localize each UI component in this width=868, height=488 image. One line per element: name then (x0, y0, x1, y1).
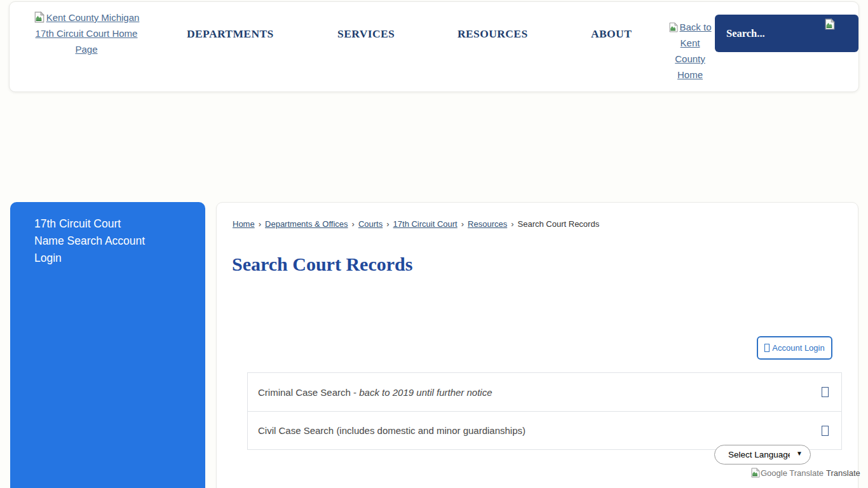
nav-resources[interactable]: RESOURCES (458, 27, 528, 41)
breadcrumb: Home›Departments & Offices›Courts›17th C… (233, 219, 599, 229)
nav-departments[interactable]: DEPARTMENTS (187, 27, 274, 41)
google-translate-logo-broken-icon (750, 468, 761, 478)
accordion-label: Criminal Case Search - back to 2019 unti… (258, 387, 492, 398)
site-logo-link[interactable]: Kent County Michigan 17th Circuit Court … (29, 10, 144, 57)
breadcrumb-separator: › (386, 219, 389, 229)
breadcrumb-17th-circuit-court[interactable]: 17th Circuit Court (393, 219, 458, 229)
google-translate-alt-text: Google Translate (761, 468, 824, 478)
back-link-alt-text: Back to Kent County Home (675, 22, 711, 80)
nav-services[interactable]: SERVICES (337, 27, 395, 41)
breadcrumb-courts[interactable]: Courts (358, 219, 383, 229)
broken-image-icon (34, 11, 45, 23)
expand-icon (822, 426, 829, 436)
account-login-button[interactable]: Account Login (757, 336, 832, 360)
nav-about[interactable]: ABOUT (591, 27, 632, 41)
account-login-label: Account Login (772, 343, 824, 353)
translate-link[interactable]: Translate (826, 468, 860, 478)
breadcrumb-current: Search Court Records (518, 219, 600, 229)
missing-glyph-icon (764, 344, 770, 352)
google-translate-widget: Select Language ▼ Google TranslateTransl… (714, 445, 859, 478)
search-box (715, 15, 858, 52)
breadcrumb-separator: › (259, 219, 261, 229)
accordion-civil-case-search[interactable]: Civil Case Search (includes domestic and… (247, 411, 842, 450)
breadcrumb-departments-offices[interactable]: Departments & Offices (265, 219, 348, 229)
broken-image-icon (668, 22, 679, 32)
breadcrumb-resources[interactable]: Resources (468, 219, 507, 229)
sidebar-item-name-search-account-login[interactable]: 17th Circuit Court Name Search Account L… (10, 202, 175, 267)
sidebar: 17th Circuit Court Name Search Account L… (10, 202, 205, 488)
breadcrumb-separator: › (511, 219, 513, 229)
page-title: Search Court Records (232, 254, 412, 275)
translate-branding: Google TranslateTranslate (750, 468, 859, 478)
broken-image-icon (824, 18, 836, 30)
breadcrumb-separator: › (461, 219, 464, 229)
page: Kent County Michigan 17th Circuit Court … (0, 0, 868, 488)
language-select[interactable]: Select Language (714, 445, 811, 464)
expand-icon (822, 387, 829, 397)
search-icon[interactable] (824, 18, 836, 30)
breadcrumb-separator: › (352, 219, 355, 229)
breadcrumb-home[interactable]: Home (233, 219, 255, 229)
header: Kent County Michigan 17th Circuit Court … (9, 1, 859, 92)
site-logo-alt-text: Kent County Michigan 17th Circuit Court … (36, 12, 140, 55)
search-input[interactable] (726, 15, 822, 52)
accordion-criminal-case-search[interactable]: Criminal Case Search - back to 2019 unti… (247, 372, 842, 411)
accordion-label: Civil Case Search (includes domestic and… (258, 425, 526, 436)
accordion: Criminal Case Search - back to 2019 unti… (247, 372, 842, 450)
back-to-kent-county-link[interactable]: Back to Kent County Home (665, 19, 715, 83)
